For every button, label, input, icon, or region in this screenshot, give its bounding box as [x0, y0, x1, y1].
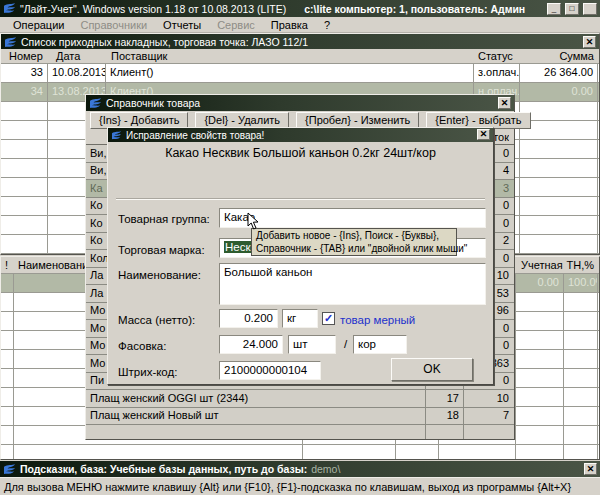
invoice-cell-date: 10.08.2013: [48, 64, 106, 82]
minimize-button[interactable]: _: [547, 3, 561, 15]
app-window: "Лайт-Учет". Windows version 1.18 от 10.…: [0, 0, 600, 495]
hints-close-icon[interactable]: ✕: [584, 463, 597, 475]
menu-item-правка[interactable]: Правка: [264, 18, 315, 32]
stock-cell: [516, 350, 564, 368]
catalog-title: Справочник товара: [106, 97, 200, 109]
barcode-input[interactable]: 2100000000104: [219, 361, 321, 380]
stock-cell: [564, 388, 598, 406]
catalog-cell-stock: [463, 425, 513, 439]
measured-checkbox[interactable]: ✓: [322, 312, 335, 325]
ok-button[interactable]: OK: [391, 358, 473, 381]
invoices-titlebar[interactable]: Список приходных накладных, торговая точ…: [1, 34, 599, 50]
stock-cell: [1, 445, 14, 459]
maximize-button[interactable]: □: [565, 3, 579, 15]
dialog-titlebar[interactable]: Исправление свойств товара! ✕: [108, 128, 493, 142]
invoice-cell-sum: [520, 159, 598, 177]
product-heading: Какао Несквик Большой каньон 0.2кг 24шт/…: [108, 146, 493, 160]
stock-cell: [516, 426, 564, 444]
hints-path: demo\: [311, 463, 340, 475]
invoice-cell-num: [1, 216, 48, 234]
catalog-cell-name: [86, 425, 425, 439]
catalog-close-icon[interactable]: ✕: [498, 97, 511, 109]
edit-product-dialog: Исправление свойств товара! ✕ Какао Неск…: [107, 127, 494, 385]
stock-cell: [564, 445, 598, 459]
catalog-titlebar[interactable]: Справочник товара ✕: [86, 95, 514, 111]
stock-cell: [1, 426, 14, 444]
name-input[interactable]: Большой каньон: [219, 263, 486, 305]
pack-unit2-input[interactable]: кор: [353, 335, 407, 354]
session-info: c:\lite компьютер: 1, пользователь: Адми…: [304, 3, 525, 15]
catalog-cell-code: 18: [425, 408, 463, 425]
catalog-row[interactable]: [86, 425, 514, 439]
col-num: Номер: [9, 50, 43, 62]
main-titlebar[interactable]: "Лайт-Учет". Windows version 1.18 от 10.…: [0, 0, 600, 17]
catalog-row[interactable]: Плащ женский OGGI шт (2344)1710: [86, 390, 514, 408]
menu-item-справочники: Справочники: [73, 18, 154, 32]
col-supplier: Поставщик: [111, 50, 167, 62]
col-tn: ТН,%: [564, 259, 594, 271]
stock-cell: [564, 312, 598, 330]
invoice-cell-num: [1, 197, 48, 215]
pack-slash: /: [344, 338, 347, 350]
mouse-cursor-icon: [247, 212, 259, 230]
close-button[interactable]: [583, 3, 597, 15]
stock-cell: [516, 445, 564, 459]
invoice-cell-num: [1, 235, 48, 253]
invoice-cell-sum: [520, 178, 598, 196]
menu-item-?[interactable]: ?: [317, 18, 337, 32]
stock-cell: [516, 293, 564, 311]
stock-cell: [564, 293, 598, 311]
invoice-cell-sum: [520, 216, 598, 234]
stock-row[interactable]: [1, 445, 599, 459]
group-input[interactable]: Какао: [219, 208, 486, 228]
invoice-cell-num: [1, 121, 48, 139]
menu-item-операции[interactable]: Операции: [6, 18, 71, 32]
col-excl: !: [5, 259, 8, 271]
invoice-cell-sum: [520, 140, 598, 158]
stock-cell: [516, 312, 564, 330]
invoice-cell-num: [1, 178, 48, 196]
pack-qty-input[interactable]: 24.000: [219, 335, 283, 354]
stock-cell: [1, 388, 14, 406]
invoice-cell-sum: [520, 197, 598, 215]
invoice-row[interactable]: 3310.08.2013Клиент()з.оплач.26 364.00: [1, 64, 599, 83]
catalog-cell-stock: 10: [463, 390, 513, 407]
catalog-row[interactable]: Плащ женский Новый шт187: [86, 408, 514, 426]
invoices-header: Номер Дата Поставщик Статус Сумма: [1, 49, 599, 63]
stock-cell: [1, 407, 14, 425]
stock-cell: [1, 293, 14, 311]
hints-logo-icon: [3, 464, 16, 475]
invoice-cell-num: [1, 102, 48, 120]
stock-cell: [564, 331, 598, 349]
tooltip-line1: Добавить новое - {Ins}, Поиск - {Буквы},: [256, 229, 452, 242]
stock-cell: [564, 426, 598, 444]
catalog-logo-icon: [89, 98, 102, 109]
catalog-cell-code: 17: [425, 390, 463, 407]
catalog-cell-stock: 7: [463, 408, 513, 425]
mass-input[interactable]: 0.200: [219, 309, 278, 328]
menu-item-отчеты[interactable]: Отчеты: [156, 18, 208, 32]
invoices-title: Список приходных накладных, торговая точ…: [21, 36, 308, 48]
invoices-close-icon[interactable]: ✕: [583, 36, 596, 48]
stock-cell: [516, 331, 564, 349]
mass-unit-input[interactable]: кг: [282, 309, 318, 328]
col-name: Наименование: [18, 259, 94, 271]
separator: [116, 198, 485, 200]
app-logo-icon: [3, 3, 16, 14]
dialog-logo-icon: [111, 131, 122, 140]
stock-cell: [439, 445, 516, 459]
stock-cell: 0.00: [516, 274, 564, 292]
catalog-cell-name: Плащ женский OGGI шт (2344): [86, 390, 425, 407]
stock-cell: [516, 388, 564, 406]
dialog-close-icon[interactable]: ✕: [477, 129, 490, 140]
pack-unit1-input[interactable]: шт: [288, 335, 336, 354]
stock-cell: [14, 445, 303, 459]
brand-label: Торговая марка:: [118, 244, 205, 256]
stock-cell: [1, 331, 14, 349]
invoice-cell-supplier: Клиент(): [106, 64, 474, 82]
menu-item-сервис: Сервис: [210, 18, 262, 32]
stock-cell: [303, 445, 396, 459]
catalog-cell-name: Плащ женский Новый шт: [86, 408, 425, 425]
invoices-logo-icon: [4, 37, 17, 48]
group-label: Товарная группа:: [118, 213, 210, 225]
